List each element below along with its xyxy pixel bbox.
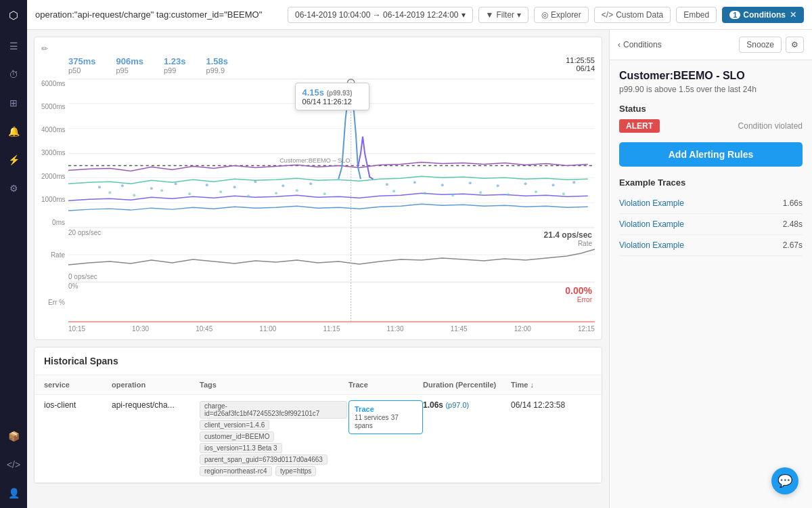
logo-icon[interactable]: ⬡ [5,7,22,23]
tag-parent-span: parent_span_guid=6739d0117d0a4663 [200,454,328,465]
gear-button[interactable]: ⚙ [786,37,804,53]
rate-section-label: Rate [41,251,68,259]
explorer-button[interactable]: ◎ Explorer [534,7,589,23]
svg-point-18 [309,182,312,185]
clock-icon[interactable]: ⏱ [5,66,22,83]
right-panel: ‹ Conditions Snooze ⚙ Customer:BEEMO - S… [609,30,812,508]
svg-point-30 [188,192,191,195]
chart-panel: ✏ 375ms p50 906ms p95 1.23s p99 [27,30,609,508]
svg-point-34 [296,189,298,192]
latency-chart-body: Customer:BEEMO – SLO [68,79,595,228]
custom-data-label: Custom Data [616,10,663,20]
svg-point-39 [479,191,482,194]
chevron-down-icon: ▾ [517,10,521,20]
embed-label: Embed [683,10,709,20]
custom-data-button[interactable]: </> Custom Data [594,7,671,23]
main-content: operation:"api-request/charge" tag:custo… [27,0,812,508]
error-section-label: Err % [41,299,68,306]
date-range-button[interactable]: 06-14-2019 10:04:00 → 06-14-2019 12:24:0… [288,7,473,23]
trace-link-2[interactable]: Violation Example [619,240,684,250]
svg-point-32 [247,194,250,197]
svg-point-26 [572,181,575,184]
tag-customer-id: customer_id=BEEMO [200,431,274,442]
svg-point-17 [281,184,284,187]
content-area: ✏ 375ms p50 906ms p95 1.23s p99 [27,30,812,508]
svg-text:Customer:BEEMO – SLO: Customer:BEEMO – SLO [279,158,350,165]
explorer-label: Explorer [551,10,581,20]
date-range-label: 06-14-2019 10:04:00 → 06-14-2019 12:24:0… [295,10,459,20]
svg-point-40 [507,193,510,196]
topbar: operation:"api-request/charge" tag:custo… [27,0,812,30]
svg-point-10 [98,186,101,188]
svg-point-16 [254,180,256,183]
cell-tags: charge-id=d26af3fc1bf47245523fc9f992101c… [200,400,348,477]
cell-trace: Trace 11 services 37 spans [348,400,423,434]
alert-badge: ALERT [619,119,660,133]
chevron-left-icon: ‹ [618,40,621,49]
rate-chart-body: 21.4 ops/sec Rate 20 ops/sec 0 op [68,228,595,282]
error-chart-body: 0.00% Error 0% [68,282,595,322]
tag-charge-id: charge-id=d26af3fc1bf47245523fc9f992101c… [200,401,347,419]
cell-time: 06/14 12:23:58 [511,400,592,410]
svg-point-33 [275,192,277,194]
trace-item-1: Violation Example 2.48s [619,214,803,235]
menu-icon[interactable]: ☰ [5,38,22,54]
snooze-button[interactable]: Snooze [739,37,782,53]
code-icon[interactable]: </> [5,457,22,473]
close-icon[interactable]: ✕ [790,10,796,20]
add-alerting-rules-button[interactable]: Add Alerting Rules [619,142,803,167]
trace-link-0[interactable]: Violation Example [619,198,684,208]
svg-point-11 [121,184,124,187]
trace-box[interactable]: Trace 11 services 37 spans [348,400,423,434]
latency-chart-row: 6000ms 5000ms 4000ms 3000ms 2000ms 1000m… [41,79,595,228]
user-icon[interactable]: 👤 [5,485,22,501]
grid-icon[interactable]: ⊞ [5,95,22,111]
package-icon[interactable]: 📦 [5,428,22,444]
svg-point-22 [469,182,472,184]
example-traces-title: Example Traces [619,177,803,188]
conditions-button[interactable]: 1 Conditions ✕ [722,7,804,23]
bell-icon[interactable]: 🔔 [5,123,22,140]
chat-bubble[interactable]: 💬 [771,467,798,494]
tag-type: type=https [275,466,316,476]
error-annotation: 0.00% Error [565,285,592,303]
trace-link[interactable]: Trace [355,405,417,413]
p50-stat: 375ms p50 [68,56,95,75]
settings-icon[interactable]: ⚙ [5,180,22,196]
trace-duration-1: 2.48s [783,219,803,229]
svg-point-15 [233,186,236,188]
svg-point-29 [160,189,163,192]
edit-icon[interactable]: ✏ [41,44,48,54]
right-panel-body: Customer:BEEMO - SLO p99.90 is above 1.5… [610,60,812,266]
svg-point-25 [552,184,555,186]
error-y-0: 0% [68,282,78,290]
svg-point-35 [323,192,326,195]
embed-button[interactable]: Embed [676,7,717,23]
svg-point-27 [108,191,111,194]
trace-item-2: Violation Example 2.67s [619,235,803,256]
table-row: ios-client api-request/cha... charge-id=… [35,395,602,483]
col-header-operation: operation [112,381,200,389]
historical-spans-container: Historical Spans service operation Tags … [34,347,602,484]
rate-annotation: 21.4 ops/sec Rate [544,230,592,247]
col-header-trace: Trace [348,381,423,389]
cell-operation: api-request/cha... [112,400,200,410]
svg-point-13 [175,182,177,185]
p95-stat: 906ms p95 [116,56,143,75]
pulse-icon[interactable]: ⚡ [5,152,22,168]
svg-point-24 [524,182,527,185]
x-axis: 10:15 10:30 10:45 11:00 11:15 11:30 11:4… [41,322,595,333]
cell-service: ios-client [44,400,112,410]
latency-y-axis: 6000ms 5000ms 4000ms 3000ms 2000ms 1000m… [41,79,68,228]
chevron-down-icon: ▾ [461,10,466,20]
svg-point-14 [206,184,208,186]
col-header-duration: Duration (Percentile) [423,381,511,389]
back-to-conditions-button[interactable]: ‹ Conditions [618,40,662,49]
svg-point-41 [535,190,537,193]
trace-link-1[interactable]: Violation Example [619,219,684,229]
tag-region: region=northeast-rc4 [200,466,272,476]
filter-button[interactable]: ▼ Filter ▾ [478,7,529,23]
page-title: operation:"api-request/charge" tag:custo… [35,9,282,20]
status-section-title: Status [619,104,803,114]
slo-subtitle: p99.90 is above 1.5s over the last 24h [619,85,803,94]
